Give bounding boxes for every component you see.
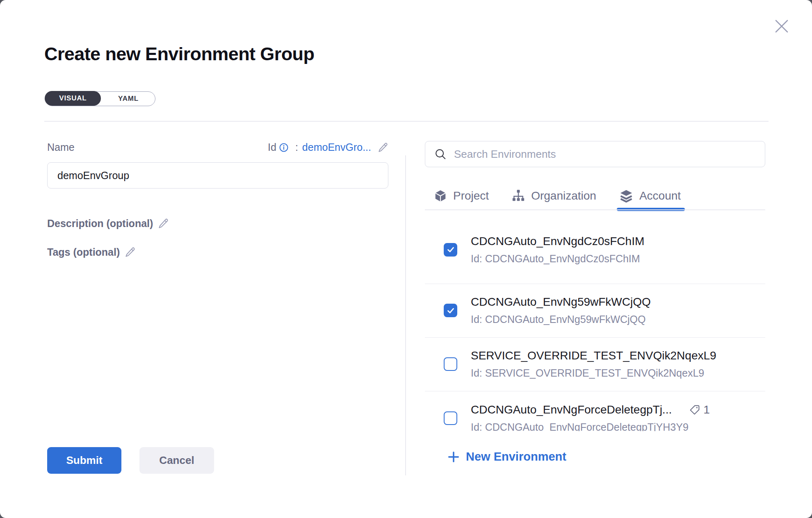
tags-field[interactable]: Tags (optional) [47, 246, 136, 258]
toggle-visual[interactable]: VISUAL [45, 91, 101, 106]
info-icon[interactable] [279, 143, 289, 152]
environment-texts: CDCNGAuto_EnvNg59wFkWCjQQ Id: CDCNGAuto_… [471, 295, 765, 325]
search-input[interactable] [453, 148, 756, 161]
toggle-yaml[interactable]: YAML [102, 92, 155, 106]
new-environment-button[interactable]: New Environment [447, 450, 566, 463]
description-field[interactable]: Description (optional) [47, 218, 169, 229]
environment-texts: CDCNGAuto_EnvNgForceDeletegpTj... 1 Id: … [471, 403, 765, 431]
layers-icon [619, 189, 633, 203]
environment-id: Id: CDCNGAuto_EnvNgForceDeletegpTjYH3Y9 [471, 421, 765, 431]
id-value-link[interactable]: demoEnvGro... [302, 141, 371, 153]
scope-tabs: Project Organization Account [425, 182, 765, 209]
edit-description-icon[interactable] [158, 218, 169, 229]
tab-organization-label: Organization [531, 189, 596, 202]
tab-account[interactable]: Account [619, 182, 681, 209]
close-icon[interactable] [773, 18, 790, 34]
submit-button[interactable]: Submit [47, 447, 121, 474]
environment-row[interactable]: SERVICE_OVERRIDE_TEST_ENVQik2NqexL9 Id: … [425, 338, 765, 391]
tab-account-label: Account [639, 189, 681, 202]
check-icon [446, 306, 455, 315]
org-chart-icon [512, 189, 525, 202]
pane-divider [405, 155, 406, 475]
environment-name: SERVICE_OVERRIDE_TEST_ENVQik2NqexL9 [471, 349, 716, 362]
name-label: Name [47, 141, 75, 153]
name-id-row: Name Id : demoEnvGro... [47, 141, 388, 153]
page-title: Create new Environment Group [44, 43, 314, 65]
environment-name: CDCNGAuto_EnvNgForceDeletegpTj... [471, 403, 672, 416]
tab-organization[interactable]: Organization [512, 182, 596, 209]
cancel-button[interactable]: Cancel [139, 447, 214, 474]
environment-row[interactable]: CDCNGAuto_EnvNgdCz0sFChIM Id: CDCNGAuto_… [425, 210, 765, 284]
environment-id: Id: CDCNGAuto_EnvNg59wFkWCjQQ [471, 314, 765, 325]
environment-id: Id: CDCNGAuto_EnvNgdCz0sFChIM [471, 253, 765, 265]
plus-icon [447, 450, 460, 463]
check-icon [446, 245, 455, 254]
environment-checkbox[interactable] [444, 411, 457, 425]
id-label: Id [268, 141, 276, 153]
header-divider [44, 121, 769, 122]
environment-row[interactable]: CDCNGAuto_EnvNgForceDeletegpTj... 1 Id: … [425, 391, 765, 431]
edit-id-icon[interactable] [378, 142, 388, 153]
environment-checkbox[interactable] [444, 243, 457, 257]
search-box [425, 141, 765, 167]
description-label: Description (optional) [47, 218, 153, 229]
id-colon: : [295, 141, 298, 153]
edit-tags-icon[interactable] [125, 247, 136, 258]
new-environment-label: New Environment [466, 450, 566, 463]
cube-icon [434, 189, 447, 202]
tab-project[interactable]: Project [434, 182, 489, 209]
environment-texts: SERVICE_OVERRIDE_TEST_ENVQik2NqexL9 Id: … [471, 349, 765, 379]
environment-picker: Project Organization Account [425, 141, 765, 431]
environment-id: Id: SERVICE_OVERRIDE_TEST_ENVQik2NqexL9 [471, 367, 765, 379]
visual-yaml-toggle: VISUAL YAML [45, 91, 155, 106]
tab-project-label: Project [453, 189, 489, 202]
environment-checkbox[interactable] [444, 357, 457, 371]
environment-row[interactable]: CDCNGAuto_EnvNg59wFkWCjQQ Id: CDCNGAuto_… [425, 284, 765, 338]
tag-count-badge: 1 [689, 403, 710, 416]
environment-checkbox[interactable] [444, 304, 457, 317]
tag-icon [689, 404, 700, 416]
name-input[interactable] [47, 162, 388, 189]
tabs-divider [425, 209, 765, 210]
create-environment-group-dialog: Create new Environment Group VISUAL YAML… [0, 0, 812, 518]
tag-count: 1 [703, 403, 710, 416]
environment-list: CDCNGAuto_EnvNgdCz0sFChIM Id: CDCNGAuto_… [425, 210, 765, 431]
environment-name: CDCNGAuto_EnvNgdCz0sFChIM [471, 235, 644, 248]
environment-texts: CDCNGAuto_EnvNgdCz0sFChIM Id: CDCNGAuto_… [471, 235, 765, 265]
id-cluster: Id : demoEnvGro... [268, 141, 388, 153]
tags-label: Tags (optional) [47, 246, 120, 258]
environment-name: CDCNGAuto_EnvNg59wFkWCjQQ [471, 295, 651, 309]
search-icon [434, 148, 447, 160]
